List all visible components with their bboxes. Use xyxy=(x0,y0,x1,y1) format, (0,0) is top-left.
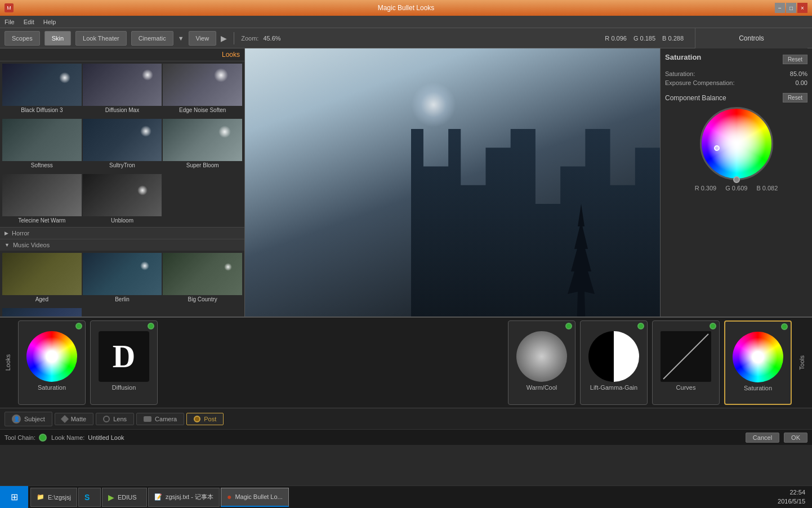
horror-section-header[interactable]: ▶ Horror xyxy=(0,227,244,239)
taskbar-item-magicbullet[interactable]: ● Magic Bullet Lo... xyxy=(221,488,289,507)
card-header xyxy=(581,321,647,331)
matte-icon xyxy=(61,415,69,422)
camera-tab-label: Camera xyxy=(155,416,177,422)
g-channel-label: G 0.185 xyxy=(633,35,655,42)
tool-card-diffusion[interactable]: D Diffusion xyxy=(90,320,158,405)
looks-grid-row2: Softness SultryTron Super Bloom xyxy=(0,117,244,172)
pipeline-tabs: 👤 Subject Matte Lens Camera Post xyxy=(0,408,812,429)
tool-card-saturation[interactable]: Saturation xyxy=(18,320,86,405)
look-label: Aged xyxy=(2,295,82,304)
tool-card-curves[interactable]: Curves xyxy=(652,320,720,405)
post-icon xyxy=(194,416,200,422)
statusbar: Tool Chain: Look Name: Untitled Look Can… xyxy=(0,429,812,445)
dropdown-arrow-icon[interactable]: ▼ xyxy=(178,35,184,42)
look-item-black-diffusion[interactable]: Black Diffusion 3 xyxy=(2,64,82,114)
look-label: Edge Noise Soften xyxy=(163,106,242,114)
view-button[interactable]: View xyxy=(189,31,217,46)
look-label: Big Country xyxy=(163,295,242,304)
power-button[interactable] xyxy=(710,323,716,329)
edius-label: EDIUS xyxy=(118,494,137,501)
b-channel-value: 0.288 xyxy=(668,35,684,42)
skin-button[interactable]: Skin xyxy=(44,31,71,46)
power-button[interactable] xyxy=(148,323,154,329)
look-item-softness[interactable]: Softness xyxy=(2,119,82,170)
look-item-mv4[interactable] xyxy=(2,308,82,317)
look-item-unbloom[interactable]: Unbloom xyxy=(83,174,162,225)
notepad-icon: 📝 xyxy=(154,493,162,501)
play-icon[interactable]: ▶ xyxy=(221,34,227,43)
component-balance-reset-button[interactable]: Reset xyxy=(783,93,807,103)
lift-gamma-card-label: Lift-Gamma-Gain xyxy=(590,384,637,391)
explorer-icon: 📁 xyxy=(37,493,44,501)
power-button[interactable] xyxy=(565,323,572,329)
menu-edit[interactable]: Edit xyxy=(24,19,34,25)
look-label: Telecine Net Warm xyxy=(2,216,82,225)
look-item-big-country[interactable]: Big Country xyxy=(163,253,242,304)
tab-lens[interactable]: Lens xyxy=(96,413,134,425)
window-title: Magic Bullet Looks xyxy=(378,4,435,12)
mv-grid: Aged Berlin Big Country xyxy=(0,251,244,306)
power-button[interactable] xyxy=(75,323,82,329)
taskbar-item-explorer[interactable]: 📁 E:\zgsjsj xyxy=(30,488,77,507)
power-button[interactable] xyxy=(637,323,644,329)
start-button[interactable]: ⊞ xyxy=(0,486,28,509)
taskbar-item-edius[interactable]: ▶ EDIUS xyxy=(102,488,147,507)
mv-grid-row2 xyxy=(0,306,244,317)
taskbar-item-superscript[interactable]: S xyxy=(78,488,101,507)
music-videos-section-header[interactable]: ▼ Music Videos xyxy=(0,239,244,251)
warm-cool-card-label: Warm/Cool xyxy=(527,384,557,391)
post-tab-label: Post xyxy=(204,416,216,422)
tool-card-lift-gamma-gain[interactable]: Lift-Gamma-Gain xyxy=(580,320,648,405)
tool-card-warm-cool[interactable]: Warm/Cool xyxy=(508,320,575,405)
look-name-value: Untitled Look xyxy=(88,434,124,441)
look-label: Softness xyxy=(2,161,82,170)
tab-subject[interactable]: 👤 Subject xyxy=(5,412,52,426)
look-theater-button[interactable]: Look Theater xyxy=(75,31,127,46)
look-item-aged[interactable]: Aged xyxy=(2,253,82,304)
exposure-label: Exposure Compensation: xyxy=(665,79,785,86)
titlebar: M Magic Bullet Looks − □ × xyxy=(0,0,812,16)
color-wheel-indicator xyxy=(714,145,720,151)
menu-help[interactable]: Help xyxy=(43,19,56,25)
ok-button[interactable]: OK xyxy=(784,433,807,443)
power-status-icon[interactable] xyxy=(39,434,47,442)
warm-cool-card-thumb xyxy=(516,331,567,382)
controls-panel: Saturation Reset Saturation: 85.0% Expos… xyxy=(660,48,812,317)
menu-file[interactable]: File xyxy=(5,19,15,25)
saturation2-card-thumb xyxy=(733,332,783,382)
tab-matte[interactable]: Matte xyxy=(55,413,94,425)
look-item-sultrytron[interactable]: SultryTron xyxy=(83,119,162,170)
look-item-edge-noise[interactable]: Edge Noise Soften xyxy=(163,64,242,114)
look-item-berlin[interactable]: Berlin xyxy=(83,253,162,304)
g-channel-value: 0.185 xyxy=(640,35,656,42)
maximize-button[interactable]: □ xyxy=(786,3,796,13)
r-channel-value: 0.096 xyxy=(611,35,627,42)
saturation-reset-button[interactable]: Reset xyxy=(783,55,807,64)
tool-card-saturation2[interactable]: Saturation xyxy=(724,320,792,405)
scopes-button[interactable]: Scopes xyxy=(5,31,40,46)
close-button[interactable]: × xyxy=(797,3,807,13)
lift-gamma-card-thumb xyxy=(588,331,639,382)
looks-grid-row3: Telecine Net Warm Unbloom xyxy=(0,172,244,227)
cancel-button[interactable]: Cancel xyxy=(746,433,779,443)
look-item-super-bloom[interactable]: Super Bloom xyxy=(163,119,242,170)
minimize-button[interactable]: − xyxy=(775,3,785,13)
tab-camera[interactable]: Camera xyxy=(136,413,184,425)
app-icon: M xyxy=(5,3,14,12)
saturation-card-label: Saturation xyxy=(38,384,66,391)
taskbar-item-notepad[interactable]: 📝 zgsjsj.txt - 记事本 xyxy=(148,488,220,507)
notepad-label: zgsjsj.txt - 记事本 xyxy=(166,493,213,501)
card-header xyxy=(508,321,575,331)
color-wheel[interactable] xyxy=(700,107,773,180)
look-label: Berlin xyxy=(83,295,162,304)
looks-panel: Looks Black Diffusion 3 Diffusion Max Ed… xyxy=(0,48,245,317)
look-item-telecine[interactable]: Telecine Net Warm xyxy=(2,174,82,225)
date-display: 2016/5/15 xyxy=(778,497,805,506)
tab-post[interactable]: Post xyxy=(186,413,224,425)
power-button[interactable] xyxy=(781,323,788,330)
subject-icon: 👤 xyxy=(12,415,21,424)
diffusion-card-thumb: D xyxy=(99,331,149,382)
exposure-param-row: Exposure Compensation: 0.00 xyxy=(665,79,807,86)
look-item-diffusion-max[interactable]: Diffusion Max xyxy=(83,64,162,114)
cinematic-button[interactable]: Cinematic xyxy=(131,31,173,46)
